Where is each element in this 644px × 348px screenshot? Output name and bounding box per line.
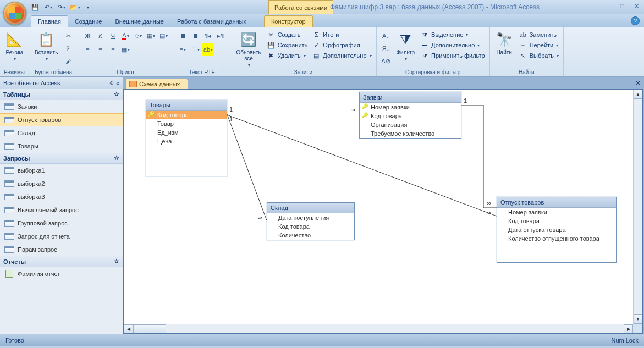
gridstyle-button[interactable]: ▦ <box>119 43 131 56</box>
clear-sort-button[interactable]: A⊘ <box>380 55 392 67</box>
paste-button[interactable]: 📋Вставить <box>32 30 60 63</box>
office-button[interactable] <box>3 2 26 25</box>
undo-icon[interactable]: ↶ <box>44 3 53 12</box>
goto-button[interactable]: →Перейти <box>518 40 560 50</box>
bold-button[interactable]: Ж <box>81 30 93 42</box>
increase-indent-button[interactable]: ≣ <box>189 30 201 42</box>
nav-table-item[interactable]: Склад <box>0 126 123 140</box>
align-left-button[interactable]: ≡ <box>81 43 93 56</box>
tab-database-tools[interactable]: Работа с базами данных <box>170 16 253 27</box>
tab-create[interactable]: Создание <box>68 16 109 27</box>
nav-table-item[interactable]: Отпуск товаров <box>0 113 123 126</box>
table-icon <box>4 103 14 110</box>
format-painter-button[interactable]: 🖌 <box>62 55 74 67</box>
nav-query-item[interactable]: выборка2 <box>0 177 123 190</box>
replace-button[interactable]: abЗаменить <box>518 30 560 40</box>
rtl-button[interactable]: ▸¶ <box>214 30 227 42</box>
field[interactable]: Цена <box>146 137 227 146</box>
tab-external-data[interactable]: Внешние данные <box>109 16 170 27</box>
select-button[interactable]: ↖Выбрать <box>518 51 560 60</box>
scroll-right-button[interactable]: ▶ <box>624 324 633 333</box>
nav-query-item[interactable]: выборка3 <box>0 190 123 203</box>
filter-button[interactable]: ⧩Фильтр <box>394 30 417 63</box>
help-icon[interactable]: ? <box>631 16 640 25</box>
redo-icon[interactable]: ↷ <box>57 3 66 12</box>
nav-table-item[interactable]: Товары <box>0 140 123 153</box>
nav-collapse-icon[interactable]: « <box>116 80 119 86</box>
minimize-button[interactable]: — <box>603 2 612 10</box>
scroll-down-button[interactable]: ▼ <box>634 314 642 324</box>
sort-asc-button[interactable]: A↓ <box>380 30 392 42</box>
relationships-canvas[interactable]: Товары Код товара Товар Ед_изм Цена Заяв… <box>123 89 643 334</box>
save-record-button[interactable]: 💾Сохранить <box>266 40 309 50</box>
maximize-button[interactable]: □ <box>618 2 626 10</box>
copy-button[interactable]: ⎘ <box>62 42 74 54</box>
ltr-button[interactable]: ¶◂ <box>202 30 214 42</box>
italic-button[interactable]: К <box>94 30 106 42</box>
nav-report-item[interactable]: Фамилия отчет <box>0 267 123 280</box>
cut-button[interactable]: ✂ <box>62 30 74 42</box>
nav-header[interactable]: Все объекты Access ⊙« <box>0 77 123 89</box>
nav-category-queries[interactable]: Запросы☆ <box>0 153 123 164</box>
highlight-button[interactable]: ab <box>202 43 214 56</box>
delete-record-button[interactable]: ✖Удалить <box>266 51 309 60</box>
font-color-button[interactable]: А <box>119 30 131 42</box>
nav-query-item[interactable]: Групповой запрос <box>0 217 123 230</box>
field[interactable]: Товар <box>146 119 227 128</box>
diagram-table-tovary[interactable]: Товары Код товара Товар Ед_изм Цена <box>146 100 227 176</box>
diagram-table-otpusk[interactable]: Отпуск товаров Номер заявки Код товара Д… <box>497 197 617 263</box>
nav-query-item[interactable]: Парам запрос <box>0 243 123 256</box>
doc-tab-relationships[interactable]: Схема данных <box>125 79 188 89</box>
open-icon[interactable]: 📂 <box>70 3 79 12</box>
view-button[interactable]: 📐Режим <box>3 30 25 63</box>
selection-filter-button[interactable]: ⧩Выделение <box>419 30 486 40</box>
doc-close-button[interactable]: ✕ <box>635 79 641 87</box>
scroll-thumb[interactable] <box>133 324 166 333</box>
field[interactable]: Дата отпуска товара <box>497 225 616 234</box>
field-kod-tovara[interactable]: Код товара <box>146 111 227 119</box>
nav-category-tables[interactable]: Таблицы☆ <box>0 89 123 100</box>
nav-category-reports[interactable]: Отчеты☆ <box>0 256 123 267</box>
nav-table-item[interactable]: Заявки <box>0 100 123 113</box>
numbering-button[interactable]: ≡ <box>177 43 189 56</box>
decrease-indent-button[interactable]: ≣ <box>177 30 189 42</box>
gridlines-button[interactable]: ▦ <box>145 30 157 42</box>
field[interactable]: Код товара <box>497 217 616 225</box>
underline-button[interactable]: Ч <box>107 30 119 42</box>
more-records-button[interactable]: ▤Дополнительно <box>311 51 372 60</box>
toggle-filter-button[interactable]: ⧩Применить фильтр <box>419 51 486 60</box>
field[interactable]: Номер заявки <box>497 208 616 217</box>
advanced-filter-button[interactable]: ☰Дополнительно <box>419 40 486 50</box>
align-center-button[interactable]: ≡ <box>94 43 106 56</box>
qat-customize-icon[interactable]: ▾ <box>84 3 92 12</box>
bullets-button[interactable]: ⋮ <box>189 43 201 56</box>
nav-query-item[interactable]: Вычисляемый запрос <box>0 203 123 217</box>
tab-home[interactable]: Главная <box>31 15 68 27</box>
fill-color-button[interactable]: ◇ <box>132 30 144 42</box>
align-right-button[interactable]: ≡ <box>107 43 119 56</box>
horizontal-scrollbar[interactable]: ◀ ▶ <box>124 324 633 333</box>
field[interactable]: Количество отпущенного товара <box>497 234 616 243</box>
refresh-all-button[interactable]: 🔄Обновить все <box>234 30 263 69</box>
brush-icon: 🖌 <box>65 58 71 64</box>
tab-designer[interactable]: Конструктор <box>264 15 313 27</box>
find-button[interactable]: 🔭Найти <box>493 30 515 57</box>
new-record-button[interactable]: ✳Создать <box>266 30 309 40</box>
alt-color-button[interactable]: ▤ <box>157 30 169 42</box>
sort-desc-button[interactable]: Я↓ <box>380 42 392 54</box>
save-icon[interactable]: 💾 <box>31 3 40 12</box>
nav-query-item[interactable]: выборка1 <box>0 164 123 177</box>
totals-button[interactable]: ΣИтоги <box>311 30 372 40</box>
vertical-scrollbar[interactable]: ▲ ▼ <box>633 90 642 324</box>
field[interactable]: Номер заявки <box>360 103 461 112</box>
close-button[interactable]: ✕ <box>632 2 641 10</box>
nav-query-item[interactable]: Запрос для отчета <box>0 230 123 243</box>
scroll-left-button[interactable]: ◀ <box>124 324 133 333</box>
field[interactable]: Количество <box>267 231 354 240</box>
nav-dropdown-icon[interactable]: ⊙ <box>109 80 114 86</box>
collapse-icon: ☆ <box>114 258 119 265</box>
scroll-up-button[interactable]: ▲ <box>634 90 642 99</box>
field[interactable]: Ед_изм <box>146 128 227 137</box>
field[interactable]: Код товара <box>267 222 354 231</box>
spelling-button[interactable]: ✓Орфография <box>311 40 372 50</box>
